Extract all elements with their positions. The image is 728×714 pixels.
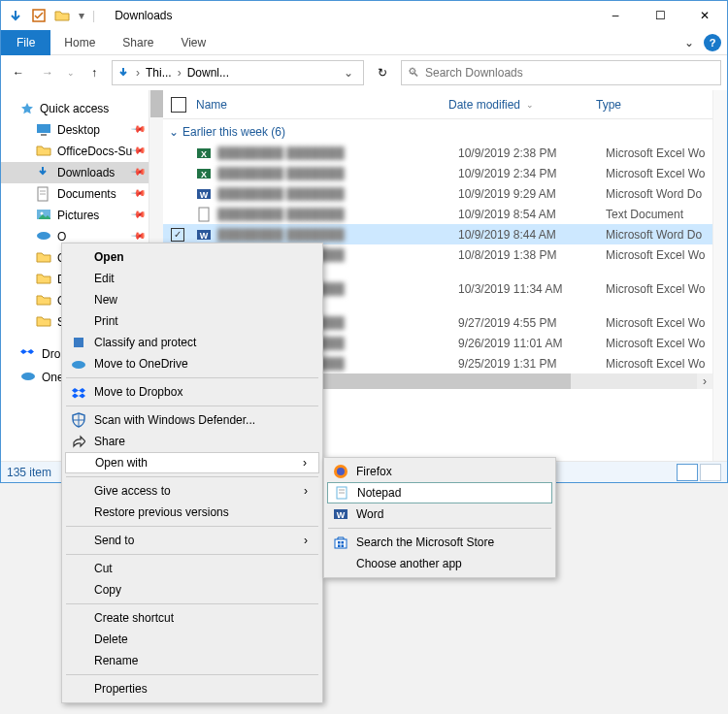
breadcrumb-item[interactable]: Downl... xyxy=(187,66,229,80)
menu-give-access[interactable]: Give access to› xyxy=(65,480,319,502)
folder-icon[interactable] xyxy=(53,7,71,24)
dropbox-icon xyxy=(70,383,87,401)
file-date: 10/9/2019 2:38 PM xyxy=(458,146,606,160)
file-row[interactable]: ████████ ███████10/9/2019 8:54 AMText Do… xyxy=(163,204,712,224)
menu-print[interactable]: Print xyxy=(65,310,319,332)
folder-icon xyxy=(36,314,51,330)
file-checkbox[interactable] xyxy=(171,227,186,242)
column-date[interactable]: Date modified⌄ xyxy=(448,98,596,112)
view-tab[interactable]: View xyxy=(167,30,219,55)
sidebar-item-pictures[interactable]: Pictures📌 xyxy=(1,205,149,226)
file-type: Microsoft Excel Wo xyxy=(606,146,712,160)
submenu-word[interactable]: WWord xyxy=(327,503,552,525)
sidebar-item-downloads[interactable]: Downloads📌 xyxy=(1,162,149,183)
svg-rect-40 xyxy=(335,539,347,548)
help-icon[interactable]: ? xyxy=(704,34,721,51)
menu-edit[interactable]: Edit xyxy=(65,268,319,289)
svg-rect-1 xyxy=(37,124,50,133)
details-view-button[interactable] xyxy=(677,464,698,481)
notepad-icon xyxy=(333,484,350,502)
menu-classify[interactable]: Classify and protect xyxy=(65,332,319,353)
menu-share[interactable]: Share xyxy=(65,431,319,452)
menu-cut[interactable]: Cut xyxy=(65,558,319,579)
search-input[interactable] xyxy=(425,66,714,80)
submenu-choose-another[interactable]: Choose another app xyxy=(327,553,552,574)
qat-dropdown-icon[interactable]: ▾ xyxy=(77,7,86,24)
column-type[interactable]: Type xyxy=(596,98,712,112)
word-icon: W xyxy=(196,186,212,202)
refresh-button[interactable]: ↻ xyxy=(370,60,395,85)
file-type: Text Document xyxy=(606,208,712,221)
menu-onedrive[interactable]: Move to OneDrive xyxy=(65,353,319,374)
file-name: ████████ ███████ xyxy=(217,228,458,242)
menu-new[interactable]: New xyxy=(65,289,319,310)
close-button[interactable]: ✕ xyxy=(682,1,727,30)
home-tab[interactable]: Home xyxy=(50,30,109,55)
svg-rect-42 xyxy=(342,541,345,544)
desktop-icon xyxy=(36,122,51,138)
menu-rename[interactable]: Rename xyxy=(65,650,319,671)
sidebar-item-documents[interactable]: Documents📌 xyxy=(1,183,149,205)
menu-send-to[interactable]: Send to› xyxy=(65,530,319,551)
menu-delete[interactable]: Delete xyxy=(65,629,319,650)
folder-icon xyxy=(36,250,51,266)
svg-rect-29 xyxy=(74,338,83,347)
submenu-notepad[interactable]: Notepad xyxy=(327,482,552,503)
vertical-scrollbar[interactable] xyxy=(712,90,727,461)
menu-restore[interactable]: Restore previous versions xyxy=(65,502,319,523)
icons-view-button[interactable] xyxy=(700,464,721,481)
submenu-firefox[interactable]: Firefox xyxy=(327,461,552,482)
up-button[interactable]: ↑ xyxy=(83,61,106,84)
chevron-right-icon[interactable]: › xyxy=(134,66,142,80)
menu-properties[interactable]: Properties xyxy=(65,678,319,699)
menu-dropbox[interactable]: Move to Dropbox xyxy=(65,381,319,403)
store-icon xyxy=(332,534,349,551)
file-row[interactable]: X████████ ███████10/9/2019 2:34 PMMicros… xyxy=(163,163,712,183)
column-name[interactable]: Name xyxy=(196,98,448,112)
properties-icon[interactable] xyxy=(30,7,48,24)
down-arrow-icon[interactable] xyxy=(7,7,24,24)
file-row[interactable]: W████████ ███████10/9/2019 8:44 AMMicros… xyxy=(163,224,712,244)
svg-point-9 xyxy=(21,373,35,380)
history-dropdown-icon[interactable]: ⌄ xyxy=(65,61,77,84)
minimize-button[interactable]: – xyxy=(593,1,638,30)
excel-icon: X xyxy=(196,146,212,161)
share-tab[interactable]: Share xyxy=(109,30,167,55)
file-row[interactable]: X████████ ███████10/9/2019 2:38 PMMicros… xyxy=(163,143,712,163)
select-all-checkbox[interactable] xyxy=(171,97,186,113)
menu-open-with[interactable]: Open with› xyxy=(65,452,319,473)
forward-button[interactable]: → xyxy=(36,61,59,84)
menu-open[interactable]: Open xyxy=(65,246,319,268)
scroll-right-icon[interactable]: › xyxy=(697,373,712,389)
file-group-header[interactable]: ⌄ Earlier this week (6) xyxy=(163,119,712,143)
menu-defender[interactable]: Scan with Windows Defender... xyxy=(65,409,319,431)
sidebar-item-officedocs-su[interactable]: OfficeDocs-Su📌 xyxy=(1,141,149,162)
svg-rect-16 xyxy=(199,208,209,221)
svg-point-34 xyxy=(337,468,345,475)
address-dropdown-icon[interactable]: ⌄ xyxy=(338,66,359,80)
svg-text:X: X xyxy=(201,149,207,159)
address-box[interactable]: › Thi... › Downl... ⌄ xyxy=(112,60,364,85)
svg-text:W: W xyxy=(200,190,209,200)
file-type: Microsoft Excel Wo xyxy=(606,337,712,350)
breadcrumb-item[interactable]: Thi... xyxy=(146,66,172,80)
submenu-store[interactable]: Search the Microsoft Store xyxy=(327,532,552,553)
ribbon-expand-icon[interactable]: ⌄ xyxy=(675,36,704,49)
context-menu: Open Edit New Print Classify and protect… xyxy=(61,243,323,703)
pin-icon: 📌 xyxy=(131,120,147,136)
file-name: ████████ ███████ xyxy=(217,167,458,180)
search-box[interactable]: 🔍︎ xyxy=(401,60,721,85)
sidebar-item-desktop[interactable]: Desktop📌 xyxy=(1,119,149,141)
maximize-button[interactable]: ☐ xyxy=(638,1,682,30)
back-button[interactable]: ← xyxy=(7,61,30,84)
file-tab[interactable]: File xyxy=(1,30,50,55)
chevron-right-icon[interactable]: › xyxy=(176,66,183,80)
svg-rect-43 xyxy=(338,545,341,548)
menu-create-shortcut[interactable]: Create shortcut xyxy=(65,607,319,629)
open-with-submenu: Firefox Notepad WWord Search the Microso… xyxy=(323,457,556,578)
quick-access-header[interactable]: Quick access xyxy=(1,98,149,119)
pictures-icon xyxy=(36,208,51,223)
text-icon xyxy=(196,207,212,222)
menu-copy[interactable]: Copy xyxy=(65,579,319,600)
file-row[interactable]: W████████ ███████10/9/2019 9:29 AMMicros… xyxy=(163,183,712,204)
